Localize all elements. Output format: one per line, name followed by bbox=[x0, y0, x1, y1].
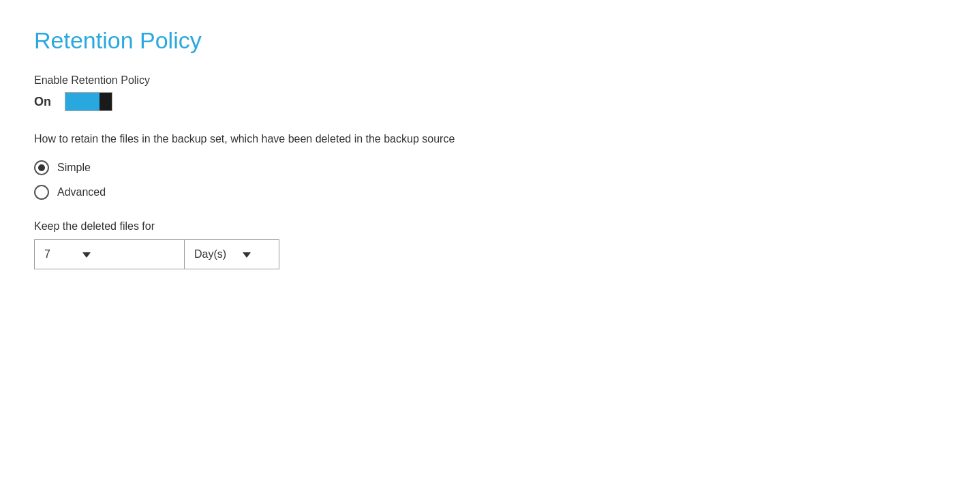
radio-group: Simple Advanced bbox=[34, 160, 946, 200]
unit-dropdown[interactable]: Day(s) bbox=[184, 239, 279, 269]
retention-toggle[interactable] bbox=[65, 92, 112, 111]
radio-label-advanced: Advanced bbox=[57, 186, 106, 198]
days-dropdown[interactable]: 7 bbox=[34, 239, 184, 269]
days-value: 7 bbox=[35, 248, 76, 261]
toggle-handle bbox=[99, 93, 112, 110]
keep-section: Keep the deleted files for 7 Day(s) bbox=[34, 220, 946, 269]
radio-advanced[interactable]: Advanced bbox=[34, 185, 946, 200]
chevron-down-icon-unit bbox=[243, 252, 251, 258]
description-section: How to retain the files in the backup se… bbox=[34, 130, 946, 200]
toggle-row: On bbox=[34, 92, 946, 111]
toggle-fill bbox=[65, 93, 101, 110]
chevron-down-icon bbox=[82, 252, 91, 258]
keep-deleted-label: Keep the deleted files for bbox=[34, 220, 946, 233]
enable-retention-section: Enable Retention Policy On bbox=[34, 74, 946, 111]
unit-value: Day(s) bbox=[185, 248, 236, 261]
enable-retention-label: Enable Retention Policy bbox=[34, 74, 946, 87]
radio-simple[interactable]: Simple bbox=[34, 160, 946, 175]
unit-dropdown-arrow bbox=[236, 249, 258, 260]
description-text: How to retain the files in the backup se… bbox=[34, 130, 552, 148]
radio-circle-advanced bbox=[34, 185, 49, 200]
radio-circle-simple bbox=[34, 160, 49, 175]
page-title: Retention Policy bbox=[34, 27, 946, 54]
toggle-state-label: On bbox=[34, 95, 51, 109]
days-dropdown-arrow bbox=[76, 249, 97, 260]
dropdowns-row: 7 Day(s) bbox=[34, 239, 946, 269]
radio-label-simple: Simple bbox=[57, 162, 91, 174]
